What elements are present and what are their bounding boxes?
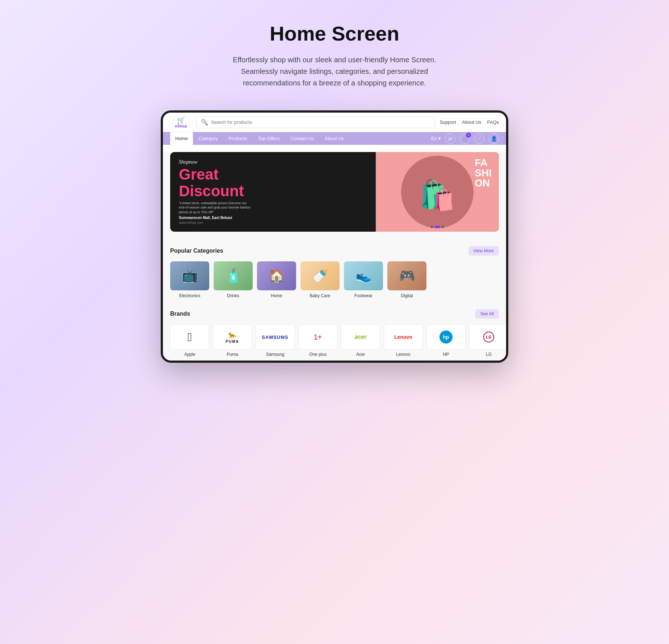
banner-circle: 🛍️ — [401, 156, 474, 228]
oneplus-label: One plus — [309, 352, 327, 357]
brand-hp[interactable]: hp HP — [426, 324, 466, 357]
puma-label: Puma — [227, 352, 238, 357]
samsung-logo: SAMSUNG — [256, 324, 295, 350]
acer-logo: acer — [341, 324, 380, 350]
oneplus-symbol: 1+ — [314, 333, 322, 341]
nav-home[interactable]: Home — [170, 132, 193, 145]
brand-acer[interactable]: acer Acer — [341, 324, 380, 357]
category-drinks[interactable]: 🧴 Drinks — [214, 261, 253, 298]
about-link[interactable]: About Us — [462, 119, 481, 125]
fashion-label: FASHION — [475, 158, 492, 188]
top-bar: 🛒 eShop 🔍 Support About Us FAQs — [163, 113, 506, 132]
main-content: Shopnow Great Discount "Limited stock, u… — [163, 152, 506, 361]
footwear-label: Footwear — [354, 293, 373, 298]
device-frame: 🛒 eShop 🔍 Support About Us FAQs Home Cat… — [161, 110, 508, 363]
nav-links: Home Category Products Top Offers Contac… — [170, 132, 431, 145]
banner-location: Summarecon Mall, East Bekasi — [179, 216, 367, 220]
support-link[interactable]: Support — [439, 119, 456, 125]
babycare-image: 🍼 — [300, 261, 340, 290]
categories-header: Popular Categories View More — [170, 246, 499, 256]
nav-right: En ▾ ⇄ 🛒 0 ♡ 👤 — [431, 134, 499, 144]
categories-grid: 📺 Electronics 🧴 Drinks 🏠 Home 🍼 Baby Car… — [170, 261, 499, 298]
lang-selector[interactable]: En ▾ — [431, 136, 441, 141]
brand-lg[interactable]: LG LG — [469, 324, 508, 357]
page-subtitle: Effortlessly shop with our sleek and use… — [222, 54, 447, 89]
categories-section: Popular Categories View More 📺 Electroni… — [163, 239, 506, 302]
brand-apple[interactable]:  Apple — [170, 324, 209, 357]
brand-oneplus[interactable]: 1+ One plus — [298, 324, 337, 357]
brands-header: Brands See All — [170, 309, 499, 319]
see-all-button[interactable]: See All — [475, 309, 499, 319]
account-button[interactable]: 👤 — [489, 134, 499, 144]
banner-dots — [431, 226, 444, 228]
category-babycare[interactable]: 🍼 Baby Care — [300, 261, 340, 298]
dot-1 — [431, 226, 433, 228]
nav-category[interactable]: Category — [194, 132, 223, 145]
nav-contact[interactable]: Contact Us — [285, 132, 319, 145]
babycare-label: Baby Care — [310, 293, 331, 298]
page-title: Home Screen — [270, 22, 399, 45]
lenovo-logo: Lenovo — [384, 324, 423, 350]
hero-banner: Shopnow Great Discount "Limited stock, u… — [170, 152, 499, 232]
lg-symbol: LG — [483, 332, 494, 342]
nav-products[interactable]: Products — [223, 132, 252, 145]
home-image: 🏠 — [257, 261, 296, 290]
cart-badge: 0 — [466, 132, 471, 138]
samsung-text: SAMSUNG — [262, 334, 288, 340]
discount-text: Great Discount — [179, 166, 367, 199]
shop-now-label: Shopnow — [179, 159, 367, 165]
wishlist-button[interactable]: ♡ — [474, 134, 484, 144]
brands-grid:  Apple 🐆 PUMA Puma SAMSUNG — [170, 324, 499, 357]
hp-circle: hp — [439, 331, 453, 344]
oneplus-logo: 1+ — [298, 324, 337, 350]
nav-about[interactable]: About Us — [320, 132, 349, 145]
category-home[interactable]: 🏠 Home — [257, 261, 296, 298]
compare-icon-button[interactable]: ⇄ — [445, 134, 455, 144]
banner-left: Shopnow Great Discount "Limited stock, u… — [170, 152, 376, 232]
nav-top-offers[interactable]: Top Offers — [253, 132, 285, 145]
drinks-image: 🧴 — [214, 261, 253, 290]
banner-description: "Limited stock, unbeatable prices! Disco… — [179, 201, 251, 215]
apple-logo:  — [170, 324, 209, 350]
search-input[interactable] — [211, 119, 430, 125]
category-footwear[interactable]: 👟 Footwear — [344, 261, 383, 298]
banner-right: FASHION 🛍️ — [376, 152, 499, 232]
search-icon: 🔍 — [201, 119, 208, 126]
search-bar[interactable]: 🔍 — [196, 116, 435, 128]
nav-bar: Home Category Products Top Offers Contac… — [163, 132, 506, 145]
logo-area[interactable]: 🛒 eShop — [170, 116, 192, 128]
brand-puma[interactable]: 🐆 PUMA Puma — [213, 324, 252, 357]
lenovo-label: Lenovo — [396, 352, 410, 357]
electronics-label: Electronics — [179, 293, 201, 298]
dot-3 — [442, 226, 444, 228]
digital-label: Digital — [401, 293, 413, 298]
acer-label: Acer — [356, 352, 365, 357]
view-more-button[interactable]: View More — [468, 246, 499, 256]
hp-logo: hp — [426, 324, 466, 350]
chevron-down-icon: ▾ — [438, 136, 441, 141]
brand-lenovo[interactable]: Lenovo Lenovo — [384, 324, 423, 357]
brand-samsung[interactable]: SAMSUNG Samsung — [256, 324, 295, 357]
category-digital[interactable]: 🎮 Digital — [387, 261, 426, 298]
puma-logo: 🐆 PUMA — [213, 324, 252, 350]
categories-title: Popular Categories — [170, 248, 223, 254]
category-electronics[interactable]: 📺 Electronics — [170, 261, 209, 298]
lg-label: LG — [486, 352, 492, 357]
logo-text: eShop — [175, 124, 187, 128]
lg-circle: LG — [483, 332, 494, 342]
banner-url: www.eShop.com — [179, 221, 367, 224]
lang-label: En — [431, 136, 437, 141]
cart-button[interactable]: 🛒 0 — [460, 134, 470, 144]
apple-label: Apple — [184, 352, 195, 357]
electronics-image: 📺 — [170, 261, 209, 290]
lenovo-text: Lenovo — [394, 334, 412, 340]
samsung-label: Samsung — [266, 352, 285, 357]
digital-image: 🎮 — [387, 261, 426, 290]
brands-section: Brands See All  Apple 🐆 PUMA — [163, 302, 506, 361]
brands-title: Brands — [170, 311, 190, 317]
lg-logo: LG — [469, 324, 508, 350]
faqs-link[interactable]: FAQs — [487, 119, 499, 125]
acer-text: acer — [355, 334, 367, 340]
drinks-label: Drinks — [227, 293, 239, 298]
home-label: Home — [271, 293, 282, 298]
